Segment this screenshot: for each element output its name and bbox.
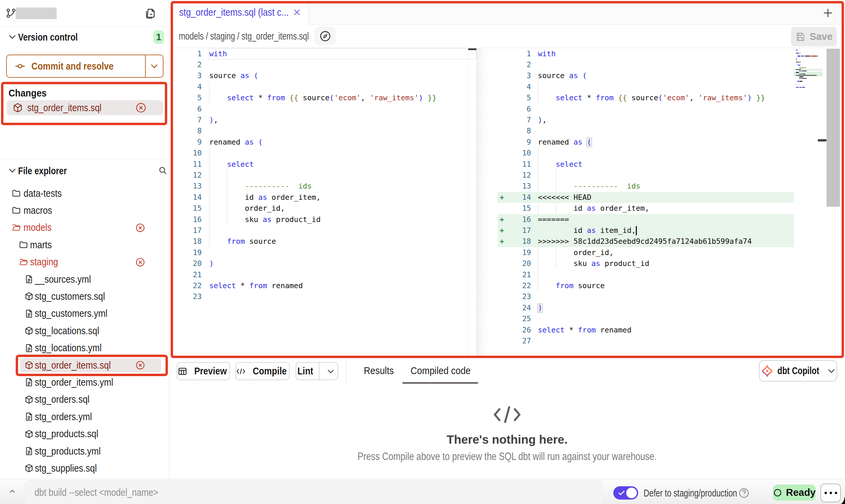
editor-scrollbar-thumb[interactable] — [827, 49, 840, 207]
pane-divider-sash[interactable] — [477, 48, 498, 357]
model-icon — [24, 463, 34, 473]
tab-stg-order-items[interactable]: stg_order_items.sql (last c... — [172, 0, 309, 25]
help-icon[interactable] — [738, 487, 750, 499]
file-tree-item-data-tests[interactable]: data-tests — [0, 185, 169, 202]
revert-file-icon[interactable] — [135, 257, 145, 267]
command-placeholder: dbt build --select <model_name> — [34, 487, 158, 498]
file-tree-item-marts[interactable]: marts — [0, 236, 169, 253]
new-tab-icon[interactable] — [822, 8, 833, 18]
line-number: 16 — [181, 214, 202, 225]
left-pane-scrollbar-thumb[interactable] — [468, 48, 476, 50]
line-number: 17 — [181, 225, 202, 236]
file-name: stg_locations.yml — [35, 342, 102, 354]
dbt-copilot-button[interactable]: dbt Copilot — [759, 360, 837, 382]
right-pane-scrollbar-thumb[interactable] — [818, 139, 827, 142]
changed-file-row[interactable]: stg_order_items.sql — [7, 100, 163, 115]
revert-file-icon[interactable] — [135, 360, 145, 370]
code-line: id as order_item, — [209, 192, 320, 203]
revert-file-icon[interactable] — [135, 102, 147, 114]
circle-x-icon — [135, 223, 145, 233]
file-tree-item-stg_order_items.sql[interactable]: stg_order_items.sql — [0, 357, 169, 374]
code-line: select * from {{ source('ecom', 'raw_ite… — [209, 92, 436, 103]
line-number: 22 — [511, 280, 531, 291]
file-explorer-section-header[interactable]: File explorer — [0, 163, 169, 179]
code-line: source as ( — [538, 70, 587, 81]
line-number: 4 — [511, 81, 531, 92]
close-tab-icon[interactable] — [292, 7, 302, 17]
folder-open-icon — [19, 257, 28, 267]
tab-results[interactable]: Results — [358, 357, 400, 384]
commit-and-resolve-button[interactable]: Commit and resolve — [6, 55, 163, 78]
file-tree-item-staging[interactable]: staging — [0, 254, 169, 271]
line-number: 23 — [511, 291, 531, 302]
code-icon — [492, 401, 522, 428]
editor-scrollbar[interactable] — [827, 48, 840, 357]
file-tree-item-stg_locations.yml[interactable]: stg_locations.yml — [0, 340, 169, 357]
file-tree-item-models[interactable]: models — [0, 219, 169, 236]
revert-file-icon[interactable] — [135, 223, 145, 233]
empty-state-subtitle: Press Compile above to preview the SQL d… — [230, 450, 784, 463]
save-button[interactable]: Save — [791, 27, 837, 46]
file-icon — [24, 275, 34, 284]
line-number: 13 — [511, 181, 531, 192]
compile-button[interactable]: Compile — [235, 362, 290, 380]
code-line: renamed as ( — [209, 137, 263, 148]
minimap[interactable] — [794, 48, 827, 357]
left-pane-scroll-border — [468, 48, 469, 357]
model-icon — [24, 429, 34, 439]
search-icon[interactable] — [158, 166, 168, 175]
preview-button-label: Preview — [194, 366, 227, 377]
tab-compiled-code[interactable]: Compiled code — [407, 357, 474, 384]
breadcrumb: models / staging / stg_order_items.sql — [179, 31, 309, 42]
code-line: order_id, — [209, 203, 285, 214]
preview-button[interactable]: Preview — [177, 362, 230, 380]
commit-button-label: Commit and resolve — [31, 60, 114, 72]
line-number: 3 — [511, 70, 531, 81]
file-tree-item-stg_supplies.sql[interactable]: stg_supplies.sql — [0, 460, 169, 477]
copy-branch-icon[interactable] — [143, 6, 157, 20]
lint-options-caret[interactable] — [324, 369, 338, 374]
commit-and-resolve-main[interactable]: Commit and resolve — [7, 55, 145, 77]
commit-options-caret[interactable] — [146, 55, 163, 77]
diff-editor: 1with23source as (45 select * from {{ so… — [169, 48, 845, 357]
line-number: 12 — [181, 170, 202, 181]
file-tree-item-stg_products.sql[interactable]: stg_products.sql — [0, 426, 169, 443]
diff-added-marker: + — [500, 192, 504, 203]
collapse-command-bar-icon[interactable] — [9, 489, 16, 494]
tab-title: stg_order_items.sql (last c... — [179, 7, 289, 18]
file-tree-item-stg_order_items.yml[interactable]: stg_order_items.yml — [0, 374, 169, 391]
status-badge-label: Ready — [786, 487, 816, 498]
line-number: 22 — [181, 280, 202, 291]
code-line: select * from renamed — [209, 280, 303, 291]
line-number: 5 — [511, 92, 531, 103]
diff-added-marker: + — [500, 225, 504, 236]
file-tree-item-macros[interactable]: macros — [0, 202, 169, 219]
file-tree: data-testsmacrosmodelsmartsstaging__sour… — [0, 185, 169, 478]
dbt-cloud-ide: Version control 1 Commit and resolve Cha… — [0, 0, 845, 504]
folder-icon — [19, 240, 28, 250]
code-line: renamed as ( — [538, 137, 591, 148]
jump-to-definition-button[interactable] — [315, 27, 336, 45]
model-icon — [24, 360, 34, 370]
command-input[interactable]: dbt build --select <model_name> — [25, 480, 603, 504]
file-tree-item-stg_customers.yml[interactable]: stg_customers.yml — [0, 305, 169, 322]
file-tree-item-stg_customers.sql[interactable]: stg_customers.sql — [0, 288, 169, 305]
file-name: data-tests — [24, 188, 62, 199]
defer-toggle[interactable] — [613, 486, 638, 500]
file-tree-item-stg_orders.yml[interactable]: stg_orders.yml — [0, 408, 169, 425]
line-number: 9 — [511, 137, 531, 148]
branch-name-redacted — [16, 8, 57, 19]
toolbar-divider — [346, 359, 346, 383]
version-control-section-header[interactable]: Version control — [0, 27, 169, 46]
file-name: stg_supplies.sql — [35, 463, 97, 474]
file-tree-item-stg_products.yml[interactable]: stg_products.yml — [0, 443, 169, 460]
file-tree-item-stg_locations.sql[interactable]: stg_locations.sql — [0, 322, 169, 339]
file-tree-item-__sources.yml[interactable]: __sources.yml — [0, 271, 169, 288]
line-number: 8 — [181, 125, 202, 136]
file-tree-item-stg_orders.sql[interactable]: stg_orders.sql — [0, 391, 169, 408]
lint-button[interactable]: Lint — [296, 362, 338, 380]
changes-label: Changes — [9, 87, 46, 99]
code-line: ---------- ids — [538, 181, 640, 192]
line-number: 18 — [511, 236, 531, 247]
line-number: 18 — [181, 236, 202, 247]
